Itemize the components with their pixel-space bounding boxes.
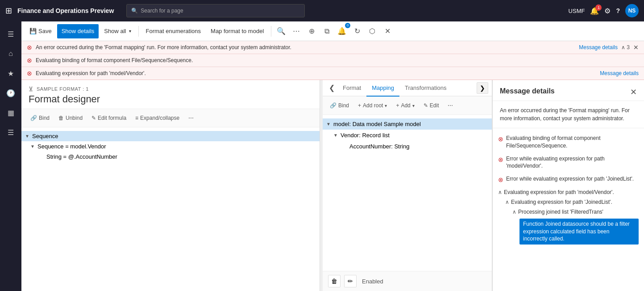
show-details-button[interactable]: Show details	[57, 24, 99, 38]
error-row-3: ⊗ Evaluating expression for path 'model/…	[21, 67, 644, 80]
tab-mapping[interactable]: Mapping	[366, 80, 399, 97]
more-options-button[interactable]: ⋯	[289, 24, 303, 38]
notification-toolbar-button[interactable]: 🔔 0	[335, 24, 349, 38]
search-bar[interactable]: 🔍 Search for a page	[126, 4, 305, 17]
content-area: 💾 Save Show details Show all Format enum…	[21, 21, 644, 291]
external-link-button[interactable]: ⧉	[320, 24, 334, 38]
collapse-errors-button[interactable]: ∧ 3	[621, 44, 630, 51]
user-avatar[interactable]: NS	[625, 4, 639, 17]
msg-tree-item-2: ∧ Evaluating expression for path 'Joined…	[496, 197, 640, 207]
add-root-label: Add root	[363, 102, 383, 109]
edit-icon: ✎	[91, 115, 96, 121]
edit-pencil-icon: ✎	[424, 102, 428, 109]
format-enumerations-label: Format enumerations	[146, 28, 201, 34]
refresh-button[interactable]: ↻	[350, 24, 364, 38]
search-toolbar-button[interactable]: 🔍	[274, 24, 288, 38]
message-details-link-1[interactable]: Message details	[579, 44, 618, 51]
model-item-vendor[interactable]: ▼ Vendor: Record list	[323, 130, 492, 141]
sidebar-item-workspaces[interactable]: ▦	[2, 104, 20, 122]
edit-footer-button[interactable]: ✏	[344, 275, 357, 287]
msg-tree-expand-3[interactable]: ∧	[512, 209, 516, 215]
tree-item-sequence-vendor[interactable]: ▼ Sequence = model.Vendor	[21, 141, 320, 152]
search-icon: 🔍	[131, 8, 138, 14]
error-icon-3: ⊗	[27, 70, 32, 77]
toolbar-badge: 0	[345, 23, 350, 28]
tab-prev-button[interactable]: ❮	[326, 81, 337, 95]
map-format-button[interactable]: Map format to model	[206, 24, 268, 38]
unbind-button[interactable]: 🗑 Unbind	[55, 112, 86, 124]
message-summary-text: An error occurred during the 'Format map…	[500, 107, 630, 122]
search-placeholder: Search for a page	[141, 8, 183, 14]
bell-icon-btn[interactable]: 🔔 1	[590, 7, 599, 15]
tab-format[interactable]: Format	[337, 80, 366, 97]
show-details-label: Show details	[62, 28, 95, 34]
message-details-close-button[interactable]: ✕	[630, 87, 637, 97]
sidebar-item-modules[interactable]: ☰	[2, 123, 20, 141]
edit-formula-label: Edit formula	[98, 115, 126, 121]
settings-icon-btn[interactable]: ⚙	[604, 7, 611, 15]
more-designer-button[interactable]: ⋯	[185, 112, 197, 124]
tab-format-label: Format	[343, 84, 361, 91]
mapping-bind-label: Bind	[338, 102, 349, 109]
more-mapping-button[interactable]: ⋯	[444, 99, 457, 112]
msg-tree-label-3: Processing joined list 'FilteredTrans'	[518, 209, 603, 215]
expand-collapse-button[interactable]: ≡ Expand/collapse	[132, 112, 183, 124]
designer-panel: ⊻ SAMPLE FORMAT : 1 Format designer 🔗 Bi…	[21, 80, 320, 291]
save-icon: 💾	[29, 28, 37, 34]
tree-item-string-account[interactable]: String = @.AccountNumber	[21, 152, 320, 162]
tab-transformations[interactable]: Transformations	[399, 80, 452, 97]
tab-mapping-label: Mapping	[372, 84, 394, 91]
format-enumerations-button[interactable]: Format enumerations	[141, 24, 206, 38]
close-toolbar-button[interactable]: ✕	[380, 24, 395, 38]
bind-button[interactable]: 🔗 Bind	[27, 112, 53, 124]
error-text-2: Evaluating binding of format component F…	[36, 57, 639, 63]
message-details-header: Message details ✕	[493, 80, 644, 101]
message-details-link-3[interactable]: Message details	[600, 70, 639, 76]
sidebar-item-menu[interactable]: ☰	[2, 25, 20, 43]
help-icon-btn[interactable]: ?	[616, 7, 620, 14]
message-details-panel: Message details ✕ An error occurred duri…	[492, 80, 644, 291]
tree-item-sequence[interactable]: ▼ Sequence	[21, 131, 320, 141]
sidebar-item-recent[interactable]: 🕐	[2, 84, 20, 102]
model-item-vendor-label: Vendor: Record list	[341, 132, 390, 139]
tab-next-button[interactable]: ❯	[477, 82, 488, 94]
tree-item-sequence-label: Sequence	[32, 133, 58, 139]
add-root-arrow: ▾	[385, 103, 387, 108]
add-root-button[interactable]: + Add root ▾	[354, 99, 391, 112]
msg-tree-expand-1[interactable]: ∧	[498, 189, 502, 195]
expand-icon: ≡	[135, 115, 138, 121]
edit-button[interactable]: ✎ Edit	[420, 99, 443, 112]
save-button[interactable]: 💾 Save	[25, 24, 56, 38]
error-text-3: Evaluating expression for path 'model/Ve…	[36, 70, 596, 76]
designer-header: ⊻ SAMPLE FORMAT : 1 Format designer	[21, 80, 320, 109]
error-actions-1: Message details ∧ 3 ✕	[579, 44, 639, 51]
show-all-button[interactable]: Show all	[100, 24, 135, 38]
delete-footer-button[interactable]: 🗑	[328, 275, 341, 287]
model-tree: ▼ model: Data model Sample model ▼ Vendo…	[323, 115, 492, 271]
app-grid-icon[interactable]: ⊞	[5, 6, 12, 16]
filter-icon: ⊻	[29, 85, 33, 93]
save-label: Save	[38, 28, 52, 34]
open-new-button[interactable]: ⬡	[365, 24, 379, 38]
model-footer: 🗑 ✏ Enabled	[323, 271, 492, 291]
top-nav-right: USMF 🔔 1 ⚙ ? NS	[569, 4, 639, 17]
tab-transformations-label: Transformations	[405, 84, 446, 91]
mapping-panel: ❮ Format Mapping Transformations ❯ 🔗	[323, 80, 492, 291]
mapping-link-icon: 🔗	[330, 102, 337, 109]
mapping-bind-button[interactable]: 🔗 Bind	[326, 99, 353, 112]
tree-item-string-account-label: String = @.AccountNumber	[46, 153, 117, 160]
msg-error-text-2: Error while evaluating expression for pa…	[506, 155, 639, 170]
edit-formula-button[interactable]: ✎ Edit formula	[88, 112, 130, 124]
model-item-root[interactable]: ▼ model: Data model Sample model	[323, 118, 492, 130]
model-item-account[interactable]: AccountNumber: String	[323, 141, 492, 152]
link-button[interactable]: ⊕	[304, 24, 319, 38]
main-layout: ☰ ⌂ ★ 🕐 ▦ ☰ 💾 Save Show details Show all…	[0, 21, 644, 291]
msg-tree-expand-2[interactable]: ∧	[505, 199, 509, 205]
sidebar-item-home[interactable]: ⌂	[2, 45, 20, 63]
msg-tree-label-2: Evaluating expression for path 'JoinedLi…	[511, 199, 612, 205]
left-sidebar: ☰ ⌂ ★ 🕐 ▦ ☰	[0, 21, 21, 291]
sidebar-item-favorites[interactable]: ★	[2, 64, 20, 82]
model-item-account-label: AccountNumber: String	[349, 143, 409, 150]
close-errors-button[interactable]: ✕	[633, 44, 639, 51]
add-button[interactable]: + Add ▾	[392, 99, 418, 112]
